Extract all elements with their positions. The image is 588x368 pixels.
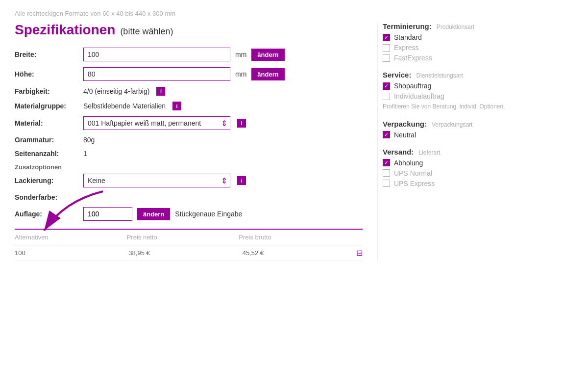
service-note: Profitieren Sie von Beratung, individ. O…: [383, 103, 573, 111]
auflage-row: Auflage: ändern Stückgenaue Eingabe: [15, 207, 363, 221]
versand-ups-normal-checkbox[interactable]: [383, 169, 390, 177]
versand-abholung-label: Abholung: [394, 159, 423, 167]
farbigkeit-label: Farbigkeit:: [15, 87, 78, 95]
verpackung-title: Verpackung:: [383, 120, 427, 128]
service-section: Service: Dienstleistungsart ✓ Shopauftra…: [383, 71, 573, 111]
page-title-section: Spezifikationen (bitte wählen): [15, 22, 363, 38]
seitenanzahl-label: Seitenanzahl:: [15, 150, 78, 158]
breite-aendern-button[interactable]: ändern: [251, 49, 284, 61]
farbigkeit-row: Farbigkeit: 4/0 (einseitig 4-farbig) i: [15, 87, 363, 96]
table-cell-brutto: 45,52 €: [243, 249, 356, 257]
table-expand-icon[interactable]: ⊟: [356, 248, 363, 258]
lackierung-info-badge[interactable]: i: [237, 176, 246, 185]
terminierung-fastexpress-checkbox[interactable]: [383, 54, 390, 62]
terminierung-express-row: Express: [383, 44, 573, 52]
terminierung-section: Terminierung: Produktionsart ✓ Standard …: [383, 22, 573, 62]
verpackung-section: Verpackung: Verpackungsart ✓ Neutral: [383, 120, 573, 139]
versand-ups-normal-label: UPS Normal: [394, 169, 432, 177]
grammatur-row: Grammatur: 80g: [15, 136, 363, 144]
material-select[interactable]: 001 Haftpapier weiß matt, permanent: [83, 116, 230, 130]
terminierung-standard-row: ✓ Standard: [383, 33, 573, 41]
versand-title: Versand:: [383, 148, 414, 156]
versand-ups-normal-row: UPS Normal: [383, 169, 573, 177]
hoehe-label: Höhe:: [15, 70, 78, 78]
table-col-netto: Preis netto: [127, 234, 239, 241]
versand-ups-express-label: UPS Express: [394, 180, 435, 187]
table-col-brutto: Preis brutto: [239, 234, 351, 241]
material-info-badge[interactable]: i: [237, 119, 246, 128]
verpackung-neutral-checkbox[interactable]: ✓: [383, 131, 390, 138]
materialgruppe-label: Materialgruppe:: [15, 102, 78, 110]
versand-section: Versand: Lieferart ✓ Abholung UPS Normal…: [383, 148, 573, 187]
service-title: Service:: [383, 71, 411, 79]
verpackung-neutral-row: ✓ Neutral: [383, 131, 573, 139]
auflage-label: Auflage:: [15, 210, 78, 218]
page-title-main: Spezifikationen: [15, 22, 115, 38]
hoehe-row: Höhe: mm ändern: [15, 67, 363, 81]
service-individualauftrag-label: Individualauftrag: [394, 92, 444, 100]
table-cell-alt: 100: [15, 249, 128, 257]
materialgruppe-info-badge[interactable]: i: [172, 102, 181, 110]
versand-ups-express-checkbox[interactable]: [383, 180, 390, 187]
breite-row: Breite: mm ändern: [15, 48, 363, 61]
breite-label: Breite:: [15, 51, 78, 58]
material-label: Material:: [15, 119, 78, 127]
service-individualauftrag-checkbox[interactable]: [383, 93, 390, 100]
verpackung-neutral-label: Neutral: [394, 131, 416, 139]
hoehe-aendern-button[interactable]: ändern: [251, 68, 284, 80]
material-row: Material: 001 Haftpapier weiß matt, perm…: [15, 116, 363, 130]
service-shopauftrag-checkbox[interactable]: ✓: [383, 82, 390, 90]
terminierung-fastexpress-label: FastExpress: [394, 54, 432, 62]
page-subtitle: Alle rechteckigen Formate von 60 x 40 bi…: [15, 10, 573, 17]
auflage-input[interactable]: [83, 207, 132, 221]
hoehe-unit: mm: [235, 70, 246, 78]
sonderfarbe-row: Sonderfarbe:: [15, 193, 363, 201]
page-title-sub: (bitte wählen): [120, 26, 173, 37]
versand-subtitle: Lieferart: [418, 149, 440, 156]
terminierung-fastexpress-row: FastExpress: [383, 54, 573, 62]
terminierung-standard-label: Standard: [394, 33, 422, 41]
breite-input[interactable]: [83, 48, 230, 61]
grammatur-label: Grammatur:: [15, 136, 78, 144]
material-select-wrapper: 001 Haftpapier weiß matt, permanent ⇕: [83, 116, 230, 130]
lackierung-label: Lackierung:: [15, 177, 78, 184]
versand-ups-express-row: UPS Express: [383, 180, 573, 187]
lackierung-select-wrapper: Keine ⇕: [83, 174, 230, 187]
service-subtitle: Dienstleistungsart: [416, 72, 463, 79]
zusatzoptionen-header: Zusatzoptionen: [15, 163, 363, 171]
grammatur-value: 80g: [83, 136, 95, 144]
breite-unit: mm: [235, 51, 246, 58]
materialgruppe-value: Selbstklebende Materialien: [83, 102, 166, 110]
service-shopauftrag-label: Shopauftrag: [394, 82, 431, 90]
lackierung-select[interactable]: Keine: [83, 174, 230, 187]
farbigkeit-info-badge[interactable]: i: [156, 87, 165, 96]
auflage-aendern-button[interactable]: ändern: [137, 208, 170, 220]
materialgruppe-row: Materialgruppe: Selbstklebende Materiali…: [15, 102, 363, 110]
table-col-alternativen: Alternativen: [15, 234, 127, 241]
terminierung-express-label: Express: [394, 44, 419, 52]
terminierung-title: Terminierung:: [383, 22, 432, 30]
service-individualauftrag-row: Individualauftrag: [383, 92, 573, 100]
sonderfarbe-label: Sonderfarbe:: [15, 193, 78, 201]
table-header: Alternativen Preis netto Preis brutto: [15, 229, 363, 245]
table-row: 100 38,95 € 45,52 € ⊟: [15, 245, 363, 261]
seitenanzahl-value: 1: [83, 150, 87, 158]
service-shopauftrag-row: ✓ Shopauftrag: [383, 82, 573, 90]
terminierung-standard-checkbox[interactable]: ✓: [383, 34, 390, 41]
auflage-note: Stückgenaue Eingabe: [175, 210, 242, 218]
terminierung-express-checkbox[interactable]: [383, 44, 390, 52]
versand-abholung-checkbox[interactable]: ✓: [383, 159, 390, 166]
table-cell-netto: 38,95 €: [128, 249, 242, 257]
lackierung-row: Lackierung: Keine ⇕ i: [15, 174, 363, 187]
farbigkeit-value: 4/0 (einseitig 4-farbig): [83, 87, 149, 95]
seitenanzahl-row: Seitenanzahl: 1: [15, 150, 363, 158]
verpackung-subtitle: Verpackungsart: [432, 121, 472, 128]
terminierung-subtitle: Produktionsart: [437, 24, 474, 30]
hoehe-input[interactable]: [83, 67, 230, 81]
versand-abholung-row: ✓ Abholung: [383, 159, 573, 167]
